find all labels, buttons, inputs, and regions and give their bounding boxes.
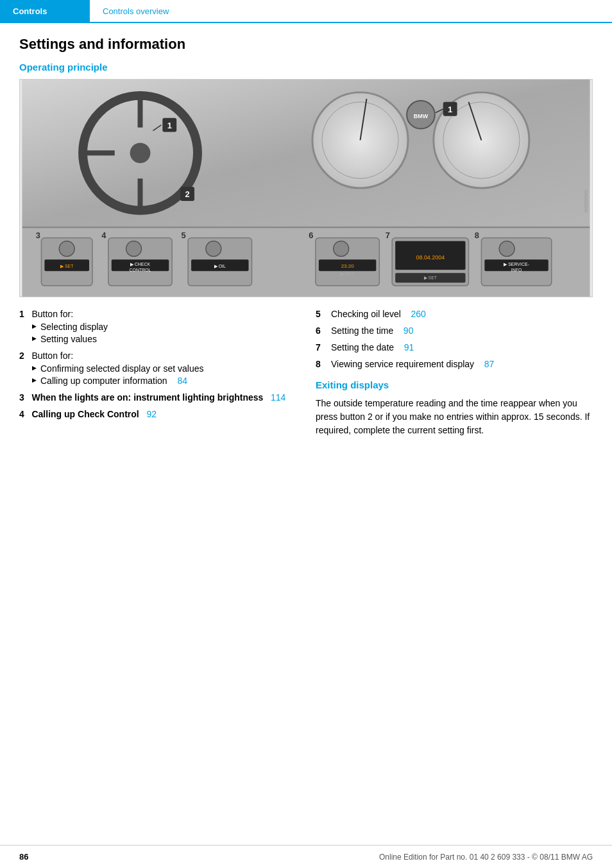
item2-sublist: ▶ Confirming selected display or set val… — [32, 363, 296, 386]
item8-link[interactable]: 87 — [484, 359, 495, 369]
item1-sub2: ▶ Setting values — [32, 334, 296, 344]
item6-body: Setting the time 90 — [331, 326, 593, 336]
nav-controls-overview[interactable]: Controls overview — [90, 0, 182, 23]
svg-point-54 — [499, 241, 514, 257]
svg-text:▶ SET: ▶ SET — [60, 264, 74, 268]
item1-sub1-text: Selecting display — [40, 322, 108, 332]
svg-text:8: 8 — [475, 230, 479, 240]
arrow-icon-2a: ▶ — [32, 365, 37, 371]
item2-link[interactable]: 84 — [178, 376, 188, 386]
svg-point-37 — [206, 241, 221, 257]
item6-link[interactable]: 90 — [404, 326, 414, 336]
list-item-8: 8 Viewing service requirement display 87 — [316, 359, 593, 369]
item4-text: Calling up Check Control — [31, 409, 139, 419]
nav-overview-label: Controls overview — [103, 6, 169, 16]
item5-num: 5 — [316, 309, 326, 319]
item1-num: 1 — [19, 309, 24, 319]
svg-text:▶ SERVICE-: ▶ SERVICE- — [504, 262, 529, 266]
svg-text:▶ SET: ▶ SET — [341, 272, 354, 276]
item3-num: 3 — [19, 392, 24, 403]
item4-link[interactable]: 92 — [146, 409, 157, 419]
nav-controls-label: Controls — [13, 6, 47, 16]
item1-sub1: ▶ Selecting display — [32, 322, 296, 332]
nav-controls[interactable]: Controls — [0, 0, 90, 22]
svg-text:6: 6 — [309, 230, 313, 240]
item2-sub2-text: Calling up computer information — [40, 376, 167, 386]
item3-text: When the lights are on: instrument light… — [31, 392, 263, 403]
svg-text:▶ OIL: ▶ OIL — [214, 264, 226, 268]
item8-body: Viewing service requirement display 87 — [331, 359, 593, 369]
right-column: 5 Checking oil level 260 6 Setting the t… — [316, 309, 593, 437]
item1-label: Button for: — [31, 309, 73, 319]
dashboard-image: 1 2 BMW 1 — [19, 79, 593, 297]
svg-text:5: 5 — [182, 230, 186, 240]
item3-link[interactable]: 114 — [271, 392, 285, 403]
item2-text — [27, 351, 30, 361]
item1-sublist: ▶ Selecting display ▶ Setting values — [32, 322, 296, 344]
svg-text:▶ SET: ▶ SET — [424, 275, 438, 280]
exiting-displays-heading: Exiting displays — [316, 379, 593, 390]
svg-text:WA00000N: WA00000N — [584, 189, 588, 212]
item7-num: 7 — [316, 342, 326, 352]
item1-sub2-text: Setting values — [40, 334, 97, 344]
svg-text:▶ CHECK: ▶ CHECK — [130, 262, 151, 266]
arrow-icon-1a: ▶ — [32, 323, 37, 329]
list-item-2: 2 Button for: ▶ Confirming selected disp… — [19, 351, 296, 386]
svg-text:1: 1 — [448, 105, 452, 114]
item6-text: Setting the time — [331, 326, 393, 336]
footer-page-number: 86 — [19, 852, 28, 862]
svg-point-3 — [130, 143, 151, 163]
svg-text:08.04.2004: 08.04.2004 — [416, 254, 445, 261]
item2-label: Button for: — [31, 351, 73, 361]
svg-text:INFO: INFO — [511, 268, 522, 272]
arrow-icon-1b: ▶ — [32, 335, 37, 342]
item2-sub1-text: Confirming selected display or set value… — [40, 363, 203, 374]
exiting-displays-section: Exiting displays The outside temperature… — [316, 379, 593, 437]
arrow-icon-2b: ▶ — [32, 377, 37, 383]
list-item-1: 1 Button for: ▶ Selecting display ▶ Sett… — [19, 309, 296, 344]
svg-text:3: 3 — [36, 230, 40, 240]
svg-text:CONTROL: CONTROL — [130, 268, 151, 272]
svg-text:1: 1 — [167, 121, 172, 130]
item2-num: 2 — [19, 351, 24, 361]
footer-copyright: Online Edition for Part no. 01 40 2 609 … — [379, 853, 593, 862]
list-item-4: 4 Calling up Check Control 92 — [19, 409, 296, 419]
list-item-6: 6 Setting the time 90 — [316, 326, 593, 336]
left-column: 1 Button for: ▶ Selecting display ▶ Sett… — [19, 309, 296, 437]
svg-text:BMW: BMW — [414, 113, 429, 119]
item3-space — [27, 392, 30, 403]
footer: 86 Online Edition for Part no. 01 40 2 6… — [0, 845, 612, 868]
item5-text: Checking oil level — [331, 309, 401, 319]
item2-sub2: ▶ Calling up computer information 84 — [32, 376, 296, 386]
svg-point-26 — [59, 241, 74, 257]
item8-num: 8 — [316, 359, 326, 369]
top-navigation: Controls Controls overview — [0, 0, 612, 23]
item1-text — [27, 309, 30, 319]
item4-space — [27, 409, 30, 419]
item6-num: 6 — [316, 326, 326, 336]
list-item-3: 3 When the lights are on: instrument lig… — [19, 392, 296, 403]
item2-sub1: ▶ Confirming selected display or set val… — [32, 363, 296, 374]
content-columns: 1 Button for: ▶ Selecting display ▶ Sett… — [19, 309, 593, 437]
svg-text:4: 4 — [101, 230, 106, 240]
svg-point-42 — [334, 241, 349, 257]
item5-body: Checking oil level 260 — [331, 309, 593, 319]
item7-text: Setting the date — [331, 342, 394, 352]
svg-rect-23 — [22, 227, 590, 229]
list-item-7: 7 Setting the date 91 — [316, 342, 593, 352]
item5-link[interactable]: 260 — [411, 309, 426, 319]
svg-text:7: 7 — [386, 230, 390, 240]
exiting-displays-body: The outside temperature reading and the … — [316, 397, 593, 437]
item8-text: Viewing service requirement display — [331, 359, 474, 369]
section-heading-operating-principle: Operating principle — [19, 62, 593, 73]
svg-text:23:20: 23:20 — [341, 263, 354, 269]
item7-link[interactable]: 91 — [404, 342, 414, 352]
page-title: Settings and information — [19, 36, 593, 53]
item7-body: Setting the date 91 — [331, 342, 593, 352]
main-content: Settings and information Operating princ… — [0, 23, 612, 450]
svg-point-31 — [126, 241, 142, 257]
svg-text:2: 2 — [185, 189, 190, 199]
list-item-5: 5 Checking oil level 260 — [316, 309, 593, 319]
item4-num: 4 — [19, 409, 24, 419]
